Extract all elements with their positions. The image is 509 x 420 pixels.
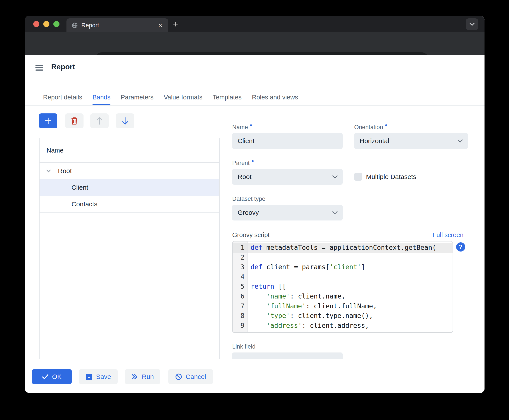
tree-row-label: Client <box>71 184 88 191</box>
parent-label: Parent <box>232 160 254 166</box>
plus-icon <box>44 117 52 125</box>
dataset-type-value: Groovy <box>238 209 259 216</box>
code-line: 1 def metadataTools = applicationContext… <box>233 243 453 253</box>
chevron-down-icon <box>469 22 475 26</box>
delete-band-button[interactable] <box>65 113 84 128</box>
line-number: 4 <box>233 272 248 282</box>
tree-row-label: Contacts <box>71 200 97 208</box>
browser-toolbar: localhost:8080/reports/01998136-747a-76d… <box>25 32 485 55</box>
line-number: 1 <box>233 243 248 253</box>
fullscreen-link[interactable]: Full screen <box>232 232 463 239</box>
code-line: 8 'type': client.type.name(), <box>233 311 453 321</box>
line-number: 7 <box>233 301 248 311</box>
run-button[interactable]: Run <box>125 369 160 384</box>
cancel-button[interactable]: Cancel <box>168 369 213 384</box>
code-line: 6 'name': client.name, <box>233 292 453 301</box>
cancel-icon <box>175 373 182 380</box>
tab-parameters[interactable]: Parameters <box>121 89 153 105</box>
line-number: 9 <box>233 321 248 331</box>
app-menu-button[interactable] <box>35 65 43 71</box>
report-tabs: Report details Bands Parameters Value fo… <box>43 89 298 105</box>
arrow-down-icon <box>121 117 129 125</box>
code-line: 5 return [[ <box>233 282 453 292</box>
line-number: 8 <box>233 311 248 321</box>
tree-expand-icon[interactable] <box>46 168 51 174</box>
check-icon <box>42 374 49 380</box>
move-up-button[interactable] <box>90 113 109 128</box>
header-divider <box>25 79 485 79</box>
line-number: 10 <box>233 330 248 333</box>
new-tab-button[interactable]: + <box>173 20 178 29</box>
code-line: 7 'fullName': client.fullName, <box>233 301 453 311</box>
orientation-label: Orientation <box>354 124 387 131</box>
trash-icon <box>71 117 78 125</box>
ok-button[interactable]: OK <box>32 369 72 384</box>
tab-close-button[interactable]: × <box>158 22 162 29</box>
code-line: 9 'address': client.address, <box>233 321 453 331</box>
line-number: 5 <box>233 282 248 292</box>
move-down-button[interactable] <box>116 113 134 128</box>
multiple-datasets-label: Multiple Datasets <box>366 173 416 180</box>
traffic-light-zoom[interactable] <box>53 21 60 27</box>
hamburger-icon <box>35 65 43 66</box>
line-number: 3 <box>233 262 248 272</box>
orientation-select[interactable]: Horizontal <box>354 133 468 149</box>
help-button[interactable]: ? <box>456 242 465 252</box>
tab-report-details[interactable]: Report details <box>43 89 82 105</box>
code-line: 4 <box>233 272 453 282</box>
browser-tabstrip: Report × + <box>25 16 485 32</box>
dataset-type-select[interactable]: Groovy <box>232 205 343 220</box>
traffic-light-minimize[interactable] <box>43 21 49 27</box>
bands-content: Name Root Client Contacts Name Clien <box>25 105 485 359</box>
tree-row-label: Root <box>58 167 72 175</box>
name-label: Name <box>232 124 252 131</box>
chevron-down-icon <box>332 211 338 214</box>
line-number: 2 <box>233 253 248 262</box>
chevron-down-icon <box>332 175 338 179</box>
parent-value: Root <box>238 173 251 180</box>
tree-row-root[interactable]: Root <box>40 163 219 180</box>
browser-tab[interactable]: Report × <box>67 18 168 32</box>
dataset-type-label: Dataset type <box>232 195 266 202</box>
tab-value-formats[interactable]: Value formats <box>164 89 203 105</box>
orientation-value: Horizontal <box>360 137 389 145</box>
traffic-light-close[interactable] <box>33 21 39 27</box>
add-band-button[interactable] <box>39 113 57 128</box>
name-field[interactable]: Client <box>232 133 343 149</box>
globe-icon <box>72 22 78 28</box>
save-button[interactable]: Save <box>79 369 118 384</box>
code-line: 3 def client = params['client'] <box>233 262 453 272</box>
code-line: 2 <box>233 253 453 262</box>
tab-roles-and-views[interactable]: Roles and views <box>252 89 298 105</box>
tab-title: Report <box>81 22 99 29</box>
parent-select[interactable]: Root <box>232 169 343 185</box>
screenshot-stage: Report × + <box>0 0 509 420</box>
multiple-datasets-checkbox[interactable] <box>354 173 362 181</box>
chevron-down-icon <box>457 139 463 143</box>
column-header-name: Name <box>46 147 63 154</box>
line-number: 6 <box>233 292 248 301</box>
save-icon <box>85 373 92 380</box>
code-line: 10 'vatNumber': client.vatNumber, <box>233 330 453 333</box>
page-title: Report <box>51 62 75 71</box>
table-header: Name <box>40 138 219 163</box>
tree-row-client[interactable]: Client <box>40 180 219 196</box>
arrow-up-icon <box>96 117 103 125</box>
tree-row-contacts[interactable]: Contacts <box>40 196 219 213</box>
link-field-input[interactable] <box>232 352 343 359</box>
tab-bands[interactable]: Bands <box>92 89 110 105</box>
bands-table: Name Root Client Contacts <box>39 138 220 359</box>
link-field-label: Link field <box>232 343 256 350</box>
name-value: Client <box>238 137 255 145</box>
browser-window: Report × + <box>25 16 485 393</box>
groovy-editor[interactable]: 1 def metadataTools = applicationContext… <box>232 241 453 333</box>
text-caret <box>250 244 250 251</box>
tab-templates[interactable]: Templates <box>213 89 242 105</box>
run-icon <box>131 374 138 380</box>
tab-search-button[interactable] <box>466 18 479 30</box>
